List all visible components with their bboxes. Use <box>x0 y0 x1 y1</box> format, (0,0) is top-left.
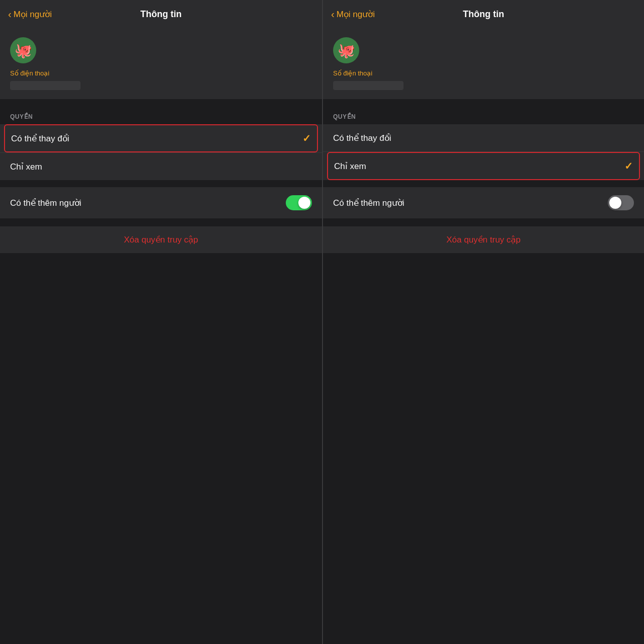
delete-section-left: Xóa quyền truy cập <box>0 226 322 253</box>
header-title-right: Thông tin <box>463 9 504 20</box>
permission-row-co-the-thay-doi-right[interactable]: Có thể thay đổi <box>323 124 644 151</box>
toggle-group-left: Có thể thêm người <box>0 187 322 218</box>
phone-label-left: Số điện thoại <box>10 69 312 77</box>
checkmark-co-the-thay-doi-left: ✓ <box>302 132 311 144</box>
phone-label-right: Số điện thoại <box>333 69 634 77</box>
toggle-knob-right <box>609 197 621 209</box>
back-chevron-icon-right: ‹ <box>331 9 335 20</box>
toggle-knob-left <box>298 197 310 209</box>
delete-button-left[interactable]: Xóa quyền truy cập <box>0 226 322 253</box>
toggle-label-right: Có thể thêm người <box>333 198 405 208</box>
phone-value-right <box>333 81 404 90</box>
delete-button-right[interactable]: Xóa quyền truy cập <box>323 226 644 253</box>
profile-section-left: 🐙 Số điện thoại <box>0 28 322 99</box>
permissions-group-left: Có thể thay đổi ✓ Chỉ xem <box>0 124 322 180</box>
permission-label-co-the-thay-doi-left: Có thể thay đổi <box>11 133 69 144</box>
toggle-row-right: Có thể thêm người <box>323 187 644 218</box>
back-label-right: Mọi người <box>337 9 375 20</box>
panel-right: ‹ Mọi người Thông tin 🐙 Số điện thoại QU… <box>322 0 644 644</box>
header-left: ‹ Mọi người Thông tin <box>0 0 322 28</box>
back-button-right[interactable]: ‹ Mọi người <box>331 9 375 20</box>
permission-row-chi-xem-left[interactable]: Chỉ xem <box>0 153 322 180</box>
section-label-left: QUYỀN <box>0 106 322 124</box>
permission-label-chi-xem-left: Chỉ xem <box>10 162 42 172</box>
header-title-left: Thông tin <box>140 9 182 20</box>
header-right: ‹ Mọi người Thông tin <box>323 0 644 28</box>
permission-row-chi-xem-right[interactable]: Chỉ xem ✓ <box>327 152 640 180</box>
toggle-group-right: Có thể thêm người <box>323 187 644 218</box>
permission-row-co-the-thay-doi-left[interactable]: Có thể thay đổi ✓ <box>4 124 318 152</box>
toggle-switch-left[interactable] <box>286 195 312 210</box>
toggle-label-left: Có thể thêm người <box>10 198 82 208</box>
checkmark-chi-xem-right: ✓ <box>624 160 633 172</box>
back-chevron-icon-left: ‹ <box>8 9 12 20</box>
toggle-row-left: Có thể thêm người <box>0 187 322 218</box>
profile-section-right: 🐙 Số điện thoại <box>323 28 644 99</box>
back-label-left: Mọi người <box>14 9 52 20</box>
permissions-group-right: Có thể thay đổi Chỉ xem ✓ <box>323 124 644 180</box>
panel-left: ‹ Mọi người Thông tin 🐙 Số điện thoại QU… <box>0 0 322 644</box>
avatar-left: 🐙 <box>10 37 36 63</box>
permission-label-chi-xem-right: Chỉ xem <box>334 161 366 172</box>
section-label-right: QUYỀN <box>323 106 644 124</box>
back-button-left[interactable]: ‹ Mọi người <box>8 9 52 20</box>
permission-label-co-the-thay-doi-right: Có thể thay đổi <box>333 133 391 143</box>
toggle-switch-right[interactable] <box>608 195 634 210</box>
phone-value-left <box>10 81 80 90</box>
delete-section-right: Xóa quyền truy cập <box>323 226 644 253</box>
avatar-right: 🐙 <box>333 37 359 63</box>
